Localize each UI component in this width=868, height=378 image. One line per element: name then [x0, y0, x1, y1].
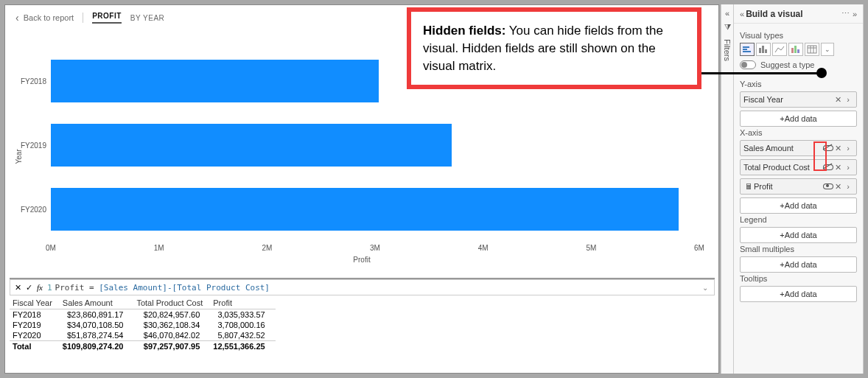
back-to-report-button[interactable]: ‹ Back to report: [15, 12, 74, 24]
svg-rect-1: [743, 49, 747, 50]
formula-bar[interactable]: ✕ ✓ fx 1Profit = [Sales Amount]-[Total P…: [10, 279, 715, 295]
chevron-left-icon[interactable]: «: [725, 9, 729, 18]
table-row: FY2018$23,860,891.17$20,824,957.603,035,…: [10, 309, 276, 321]
cell: Total: [10, 341, 60, 352]
svg-rect-6: [791, 48, 794, 53]
field-name: Profit: [754, 182, 822, 191]
field-pill[interactable]: 🖩Profit✕›: [740, 178, 857, 195]
add-data-button[interactable]: +Add data: [740, 197, 857, 214]
add-data-button[interactable]: +Add data: [740, 256, 857, 273]
cancel-formula-icon[interactable]: ✕: [15, 283, 21, 293]
remove-field-icon[interactable]: ✕: [833, 144, 843, 153]
axis-tick: 2M: [262, 244, 272, 252]
filters-pane-collapsed[interactable]: « ⧩ Filters: [721, 4, 734, 374]
add-data-button[interactable]: +Add data: [740, 227, 857, 243]
cell: $46,070,842.02: [133, 330, 210, 341]
cell: $109,809,274.20: [60, 341, 134, 352]
data-matrix: Fiscal YearSales AmountTotal Product Cos…: [10, 295, 276, 351]
field-pill[interactable]: Fiscal Year✕›: [740, 91, 857, 108]
cell: 3,035,933.57: [210, 309, 275, 321]
field-wells: Y-axisFiscal Year✕›+Add dataX-axisSales …: [734, 75, 863, 309]
svg-rect-3: [759, 48, 761, 53]
measure-icon: 🖩: [743, 182, 754, 191]
visual-types-section: Visual types ⌄ Suggest a type: [734, 24, 863, 75]
suggest-type-row[interactable]: Suggest a type: [740, 60, 857, 69]
cell: $23,860,891.17: [60, 309, 134, 321]
commit-formula-icon[interactable]: ✓: [26, 283, 32, 293]
hide-field-icon[interactable]: [822, 143, 833, 153]
callout-title: Hidden fields:: [423, 24, 505, 38]
cell: FY2018: [10, 309, 60, 321]
tab-profit[interactable]: PROFIT: [92, 12, 122, 24]
cell: 3,708,000.16: [210, 320, 275, 330]
show-field-icon[interactable]: [822, 181, 833, 192]
visual-type-bar-icon[interactable]: [740, 43, 755, 56]
field-menu-icon[interactable]: ›: [843, 95, 853, 104]
axis-tick: 1M: [154, 244, 164, 252]
remove-field-icon[interactable]: ✕: [833, 182, 843, 192]
column-header[interactable]: Fiscal Year: [10, 295, 60, 309]
column-header[interactable]: Total Product Cost: [133, 295, 210, 309]
cell: $51,878,274.54: [60, 330, 134, 341]
visual-type-picker: ⌄: [740, 43, 857, 56]
svg-rect-5: [765, 49, 767, 53]
column-header[interactable]: Sales Amount: [60, 295, 134, 309]
well-label-tooltips: Tooltips: [740, 274, 857, 283]
axis-tick: 5M: [586, 244, 596, 252]
hide-field-icon[interactable]: [822, 162, 833, 172]
tab-by-year[interactable]: BY YEAR: [130, 14, 165, 22]
bar[interactable]: [51, 60, 379, 102]
table-row: FY2019$34,070,108.50$30,362,108.343,708,…: [10, 320, 276, 330]
column-header[interactable]: Profit: [210, 295, 275, 309]
table-header-row: Fiscal YearSales AmountTotal Product Cos…: [10, 295, 276, 309]
axis-tick: 3M: [370, 244, 380, 252]
table-row: FY2020$51,878,274.54$46,070,842.025,807,…: [10, 330, 276, 341]
chevron-left-icon[interactable]: «: [738, 10, 746, 18]
filter-icon[interactable]: ⧩: [724, 22, 731, 32]
cell: $30,362,108.34: [133, 320, 210, 330]
field-pill[interactable]: Total Product Cost✕›: [740, 159, 857, 175]
add-data-button[interactable]: +Add data: [740, 286, 857, 302]
visual-type-table-icon[interactable]: [805, 43, 819, 56]
y-axis-title: Year: [15, 149, 23, 164]
chevron-left-icon: ‹: [15, 12, 19, 24]
cell: $20,824,957.60: [133, 309, 210, 321]
bar[interactable]: [51, 124, 452, 167]
annotation-callout: Hidden fields: You can hide fields from …: [407, 7, 701, 89]
field-menu-icon[interactable]: ›: [843, 182, 853, 191]
collapse-formula-icon[interactable]: ⌄: [702, 284, 708, 292]
add-data-button[interactable]: +Add data: [740, 111, 857, 127]
divider: [83, 13, 83, 23]
cell: $97,257,907.95: [133, 341, 210, 352]
cell: 12,551,366.25: [210, 341, 275, 352]
field-pill[interactable]: Sales Amount✕›: [740, 140, 857, 156]
remove-field-icon[interactable]: ✕: [833, 163, 843, 172]
build-visual-pane: « Build a visual ⋯ » Visual types ⌄ Sugg…: [734, 4, 864, 374]
visual-type-column-icon[interactable]: [756, 43, 771, 56]
suggest-toggle[interactable]: [740, 60, 756, 69]
bar[interactable]: [51, 188, 679, 231]
well-label-legend: Legend: [740, 215, 857, 224]
field-menu-icon[interactable]: ›: [843, 163, 853, 172]
svg-rect-7: [794, 46, 797, 53]
remove-field-icon[interactable]: ✕: [833, 95, 843, 105]
axis-tick: 6M: [694, 244, 704, 252]
visual-type-line-icon[interactable]: [772, 43, 787, 56]
x-axis-title: Profit: [353, 256, 370, 264]
svg-rect-0: [743, 46, 749, 48]
annotation-connector: [699, 72, 822, 74]
back-label: Back to report: [24, 13, 74, 22]
axis-tick: 4M: [478, 244, 489, 252]
axis-tick: 0M: [46, 244, 56, 252]
visual-type-expand-button[interactable]: ⌄: [821, 43, 834, 56]
build-pane-title: Build a visual: [746, 9, 840, 19]
field-menu-icon[interactable]: ›: [843, 144, 853, 153]
svg-rect-9: [808, 46, 816, 53]
data-view-panel: ✕ ✓ fx 1Profit = [Sales Amount]-[Total P…: [10, 278, 715, 370]
more-options-icon[interactable]: ⋯: [840, 9, 851, 18]
formula-text[interactable]: 1Profit = [Sales Amount]-[Total Product …: [47, 283, 270, 293]
cell: FY2019: [10, 320, 60, 330]
chevron-right-icon[interactable]: »: [851, 10, 858, 18]
visual-type-ribbon-icon[interactable]: [788, 43, 803, 56]
filters-label: Filters: [723, 39, 732, 61]
